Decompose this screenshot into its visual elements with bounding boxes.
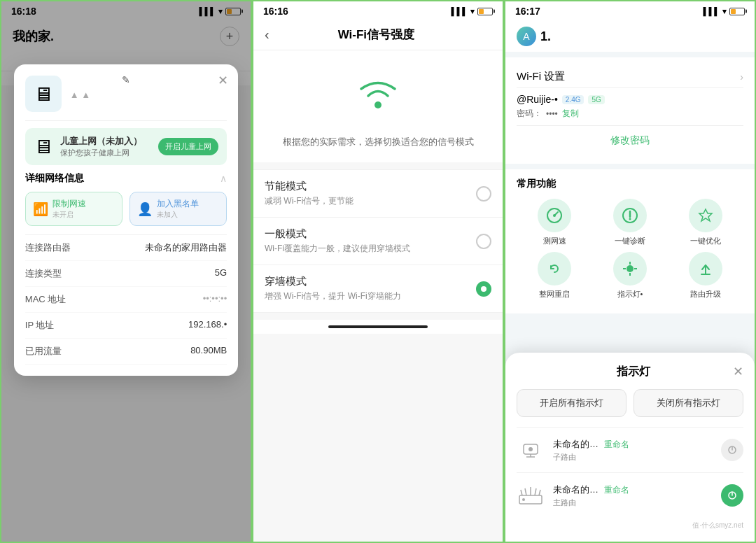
wifi-settings-row[interactable]: Wi-Fi 设置 › xyxy=(517,66,743,87)
home-indicator-2 xyxy=(328,325,428,328)
svg-line-25 xyxy=(539,490,540,495)
info-row-mac: MAC 地址 ••:••:•• xyxy=(25,287,227,313)
modal-overlay[interactable]: ✕ ✎ 🖥 ▲ ▲ 🖥 儿童上网（未加入） 保护您孩子健康上网 xyxy=(1,1,251,542)
restart-icon-circle xyxy=(538,252,571,285)
option-penetrate-text: 穿墙模式 增强 Wi-Fi信号，提升 Wi-Fi穿墙能力 xyxy=(265,275,476,302)
watermark: 值·什么smyz.net xyxy=(517,521,743,530)
type-value: 5G xyxy=(215,267,227,280)
function-restart[interactable]: 整网重启 xyxy=(538,252,571,299)
traffic-value: 80.90MB xyxy=(190,345,227,358)
ip-value: 192.168.• xyxy=(188,319,227,332)
svg-point-0 xyxy=(374,101,382,108)
info-row-traffic: 已用流量 80.90MB xyxy=(25,339,227,365)
svg-point-15 xyxy=(528,447,533,451)
kids-title: 儿童上网（未加入） xyxy=(60,135,151,148)
kids-subtitle: 保护您孩子健康上网 xyxy=(60,148,151,158)
info-row-router: 连接路由器 未命名的家用路由器 xyxy=(25,235,227,261)
svg-point-5 xyxy=(629,218,631,220)
device-2-type: 主路由 xyxy=(553,498,713,508)
wifi-settings-card: Wi-Fi 设置 › @Ruijie-• 2.4G 5G 密码： •••• 复制… xyxy=(505,57,755,164)
optimize-label: 一键优化 xyxy=(690,236,721,246)
device-main-router-icon xyxy=(517,481,545,509)
back-button[interactable]: ‹ xyxy=(265,27,270,43)
power-icon-2 xyxy=(727,491,737,500)
option-normal-text: 一般模式 Wi-Fi覆盖能力一般，建议使用穿墙模式 xyxy=(265,227,476,255)
function-optimize[interactable]: 一键优化 xyxy=(689,199,722,246)
speed-icon: 📶 xyxy=(33,202,48,217)
option-penetrate-title: 穿墙模式 xyxy=(265,275,476,288)
wifi-big-icon xyxy=(350,71,406,113)
svg-point-2 xyxy=(553,214,556,217)
blacklist-button[interactable]: 👤 加入黑名单 未加入 xyxy=(130,192,227,226)
option-normal[interactable]: 一般模式 Wi-Fi覆盖能力一般，建议使用穿墙模式 xyxy=(253,218,503,265)
status-time-3: 16:17 xyxy=(515,6,540,17)
signal-options-list: 节能模式 减弱 Wi-Fi信号，更节能 一般模式 Wi-Fi覆盖能力一般，建议使… xyxy=(253,162,503,320)
function-indicator[interactable]: 指示灯• xyxy=(613,252,647,299)
copy-password-button[interactable]: 复制 xyxy=(562,108,579,120)
router-value: 未命名的家用路由器 xyxy=(145,241,227,254)
function-upgrade[interactable]: 路由升级 xyxy=(689,252,722,299)
diagnose-label: 一键诊断 xyxy=(615,236,645,246)
option-normal-title: 一般模式 xyxy=(265,227,476,241)
radio-energy-saving[interactable] xyxy=(476,186,491,202)
device-2-indicator-toggle[interactable] xyxy=(721,484,743,507)
limit-speed-status: 未开启 xyxy=(52,210,86,220)
change-password-button[interactable]: 修改密码 xyxy=(517,125,743,155)
blacklist-label: 加入黑名单 xyxy=(157,198,199,210)
wifi-settings-chevron-icon: › xyxy=(740,71,743,83)
status-icons-3: ▌▌▌ ▾ xyxy=(704,7,745,16)
open-all-button[interactable]: 开启所有指示灯 xyxy=(517,389,626,417)
modal-close-button[interactable]: ✕ xyxy=(218,73,228,88)
status-time-2: 16:16 xyxy=(263,6,288,17)
device-1-indicator-toggle[interactable] xyxy=(721,439,743,461)
quick-actions: 📶 限制网速 未开启 👤 加入黑名单 未加入 xyxy=(25,192,227,226)
svg-line-21 xyxy=(521,490,522,495)
radio-normal[interactable] xyxy=(476,234,491,249)
device-info: ▲ ▲ xyxy=(70,88,90,100)
option-energy-title: 节能模式 xyxy=(265,180,476,193)
common-functions-section: 常用功能 测网速 xyxy=(505,169,755,313)
signal-icon-2: ▌▌▌ xyxy=(451,7,468,15)
wifi-network-name: @Ruijie-• 2.4G 5G xyxy=(517,94,743,105)
indicator-modal-header: 指示灯 ✕ xyxy=(517,364,743,379)
kids-enable-button[interactable]: 开启儿童上网 xyxy=(158,138,218,155)
page-title-3: 1. xyxy=(540,29,551,44)
option-energy-saving[interactable]: 节能模式 减弱 Wi-Fi信号，更节能 xyxy=(253,169,503,218)
close-all-button[interactable]: 关闭所有指示灯 xyxy=(634,389,743,417)
section-title-row: 详细网络信息 ∧ xyxy=(25,172,227,185)
device-indicator-row-2: 未命名的… 重命名 主路由 xyxy=(517,472,743,518)
wifi-password-row: 密码： •••• 复制 xyxy=(517,108,743,120)
panel2-header: ‹ Wi-Fi信号强度 xyxy=(253,20,503,50)
kids-text-col: 儿童上网（未加入） 保护您孩子健康上网 xyxy=(60,135,151,158)
option-energy-text: 节能模式 减弱 Wi-Fi信号，更节能 xyxy=(265,180,476,207)
type-label: 连接类型 xyxy=(25,267,62,280)
limit-speed-button[interactable]: 📶 限制网速 未开启 xyxy=(25,192,122,226)
indicator-close-button[interactable]: ✕ xyxy=(733,364,743,379)
option-penetrate[interactable]: 穿墙模式 增强 Wi-Fi信号，提升 Wi-Fi穿墙能力 xyxy=(253,265,503,313)
function-diagnose[interactable]: 一键诊断 xyxy=(613,199,647,246)
device-1-rename-button[interactable]: 重命名 xyxy=(604,439,629,449)
app-logo: A xyxy=(517,27,536,46)
common-functions-title: 常用功能 xyxy=(517,178,743,190)
wifi-icon-status-3: ▾ xyxy=(722,7,727,16)
wifi-icon-status-2: ▾ xyxy=(470,7,475,16)
indicator-icon xyxy=(621,260,639,278)
password-value: •••• xyxy=(546,109,558,119)
radio-penetrate[interactable] xyxy=(476,281,491,297)
speed-test-icon-circle xyxy=(538,199,571,232)
indicator-modal: 指示灯 ✕ 开启所有指示灯 关闭所有指示灯 未命名的… 重命名 子路由 xyxy=(505,353,755,542)
badge-2g: 2.4G xyxy=(562,95,584,104)
wifi-ssid: @Ruijie-• xyxy=(517,94,558,105)
diagnose-icon xyxy=(621,206,639,225)
device-2-rename-button[interactable]: 重命名 xyxy=(604,485,629,495)
function-speed-test[interactable]: 测网速 xyxy=(538,199,571,246)
blacklist-status: 未加入 xyxy=(157,210,199,220)
edit-icon[interactable]: ✎ xyxy=(122,74,130,85)
badge-5g: 5G xyxy=(588,95,604,104)
mac-label: MAC 地址 xyxy=(25,293,66,306)
device-sub-router-icon xyxy=(517,436,545,464)
page-title-2: Wi-Fi信号强度 xyxy=(275,27,491,43)
blacklist-col: 加入黑名单 未加入 xyxy=(157,198,199,220)
traffic-label: 已用流量 xyxy=(25,345,62,358)
ip-label: IP 地址 xyxy=(25,319,55,332)
